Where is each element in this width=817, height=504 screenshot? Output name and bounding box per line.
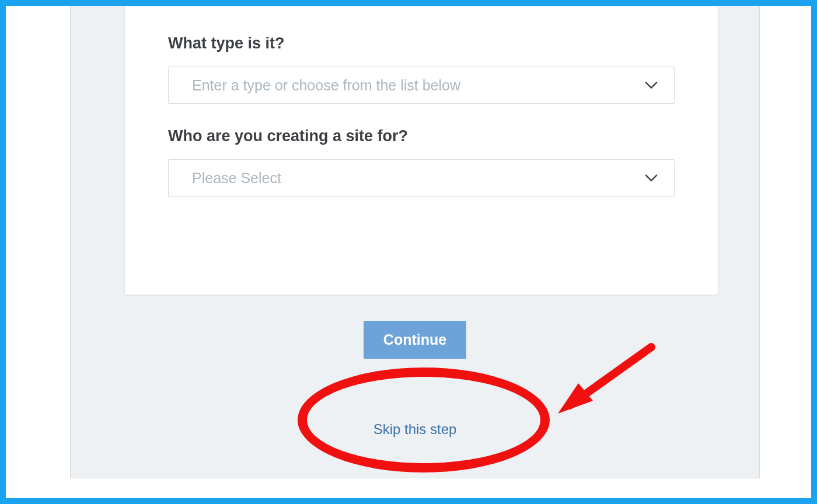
skip-link-row: Skip this step <box>71 421 759 438</box>
type-question-label: What type is it? <box>168 34 675 52</box>
audience-dropdown-placeholder: Please Select <box>192 170 281 187</box>
type-dropdown-placeholder: Enter a type or choose from the list bel… <box>192 77 460 94</box>
setup-form-card: What type is it? Enter a type or choose … <box>124 6 718 295</box>
screenshot-frame: What type is it? Enter a type or choose … <box>0 0 817 504</box>
audience-question-label: Who are you creating a site for? <box>168 127 675 145</box>
continue-button-row: Continue <box>71 321 759 359</box>
page-background: What type is it? Enter a type or choose … <box>70 6 760 478</box>
type-dropdown[interactable]: Enter a type or choose from the list bel… <box>168 66 675 104</box>
annotation-highlight-ellipse <box>298 368 550 473</box>
continue-button[interactable]: Continue <box>364 321 466 359</box>
chevron-down-icon <box>645 172 658 184</box>
skip-step-link[interactable]: Skip this step <box>373 421 457 438</box>
svg-marker-1 <box>558 383 593 414</box>
audience-dropdown[interactable]: Please Select <box>168 159 675 197</box>
chevron-down-icon <box>645 79 658 92</box>
